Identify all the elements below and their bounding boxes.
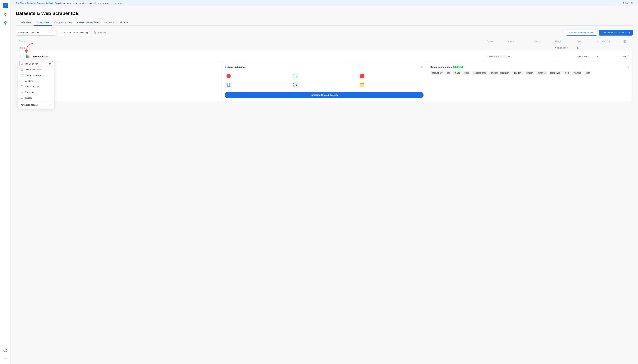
versions-icon [21, 80, 23, 82]
api-icon [21, 62, 24, 65]
sidebar-item-billing[interactable] [3, 357, 8, 361]
col-spent: Spent [577, 40, 597, 43]
main-content: Big News! Scraping Browser is Here Every… [11, 0, 638, 364]
collector-right: $0 ⌃ [623, 55, 630, 58]
tag-warning: warning [572, 71, 582, 75]
collector-icon: 🛍️ [25, 53, 31, 60]
tag-product-url: product_url [430, 71, 444, 75]
menu-item-tickets[interactable]: Tickets [18, 95, 54, 101]
tag-input: input [563, 71, 571, 75]
menu-item-versions[interactable]: Versions [18, 78, 54, 84]
tab-dataset-marketplace[interactable]: Dataset Marketplace [75, 20, 101, 26]
tab-custom-datasets[interactable]: Custom datasets [52, 20, 75, 26]
toolbar-actions: Request a custom dataset Develop a web s… [566, 30, 633, 36]
announcement-right: 5 Jun × [623, 2, 633, 4]
menu-item-initiate-manually[interactable]: Initiate manually [18, 67, 54, 72]
tab-bar: My datasets My scrapers Custom datasets … [16, 20, 633, 26]
tab-my-scrapers[interactable]: My scrapers [34, 20, 52, 26]
svg-point-0 [5, 14, 6, 14]
delivery-icon-clipboard[interactable]: 🗂️ [358, 81, 366, 88]
tag-shipping-price: shipping_price [472, 71, 488, 75]
context-menu: Initiate by API Initiate manually [18, 60, 54, 109]
request-custom-dataset-button[interactable]: Request a custom dataset [566, 30, 597, 36]
announcement-body: Everything you need for scraping at scal… [55, 2, 110, 4]
col-actions [623, 40, 630, 43]
tab-my-datasets[interactable]: My datasets [16, 20, 34, 26]
menu-label-report-issue: Report an issue [25, 85, 40, 88]
tag-price: price [463, 71, 470, 75]
develop-scraper-button[interactable]: Develop a web scraper (IDE) [599, 30, 633, 36]
announcement-close[interactable]: × [631, 2, 633, 4]
menu-label-run-schedule: Run on schedule [25, 74, 41, 76]
menu-item-copy-link[interactable]: Copy link [18, 89, 54, 95]
collector-collapse-button[interactable]: ⌃ [627, 55, 630, 58]
date-filter[interactable]: 01/06/2023 – 06/06/2023 [58, 30, 90, 35]
collector-menu-trigger[interactable]: ⋮ [19, 55, 22, 58]
svg-point-7 [127, 22, 128, 22]
table-header: Collector Status Last run Duration Usage… [16, 39, 633, 45]
tag-location: location [524, 71, 535, 75]
collector-name[interactable]: New collector [33, 55, 48, 58]
menu-item-run-schedule[interactable]: Run on schedule [18, 72, 54, 78]
sidebar-item-layers[interactable] [3, 20, 8, 25]
menu-label-initiate-manually: Initiate manually [25, 68, 41, 71]
chevron-right-icon [49, 104, 52, 106]
delivery-icon-make[interactable]: 🟥 [358, 72, 366, 80]
svg-rect-25 [21, 74, 23, 76]
tag-listing-type: listing_type [549, 71, 562, 75]
calendar-icon [85, 32, 88, 34]
search-input-wrapper[interactable]: × [16, 30, 56, 36]
delivery-icons-grid: 🔴 ✉️ 🟥 ℹ️ 💬 🗂️ [225, 71, 424, 90]
menu-label-initiate-api: Initiate by API [25, 62, 38, 65]
delivery-edit-icon[interactable] [421, 66, 423, 68]
collector-main-row: ⋮ 🛍️ New collector Self-managed Idle — —… [16, 51, 632, 62]
sidebar-item-settings[interactable] [3, 348, 8, 353]
output-panel-title: Output configuration SCHEMA [430, 66, 629, 68]
columns-icon [623, 40, 626, 43]
sidebar-item-location[interactable] [3, 12, 8, 16]
search-input[interactable] [18, 32, 48, 34]
delivery-icon-email[interactable]: ✉️ [292, 72, 299, 80]
menu-item-initiate-api[interactable]: Initiate by API [19, 61, 53, 66]
collector-duration: — [555, 55, 577, 58]
event-log-label: Event log [97, 32, 106, 34]
output-external-link-icon[interactable] [627, 66, 629, 68]
menu-label-versions: Versions [25, 80, 33, 82]
collector-spent: $0 [597, 55, 623, 58]
menu-item-advanced[interactable]: Advanced actions [18, 102, 54, 108]
menu-dot-indicator [49, 63, 51, 64]
integrate-button[interactable]: Integrate to your system [225, 92, 424, 98]
collector-usage: 0 page loads [577, 55, 597, 58]
delivery-icon-chat[interactable]: 💬 [292, 81, 299, 88]
schema-badge: SCHEMA [453, 66, 463, 68]
col-duration: Duration [534, 40, 555, 43]
expanded-panels: Properties Self serve Other Last modifie… [16, 62, 632, 102]
delivery-icon-info[interactable]: ℹ️ [225, 81, 232, 88]
delivery-icon-zapier[interactable]: 🔴 [225, 72, 232, 80]
app-logo: i [3, 3, 8, 8]
search-clear-button[interactable]: × [49, 32, 51, 34]
svg-point-5 [126, 22, 126, 22]
more-dots-icon [126, 21, 128, 24]
toolbar: × 01/06/2023 – 06/06/2023 [16, 30, 633, 36]
tag-image: image [453, 71, 461, 75]
announcement-bar: Big News! Scraping Browser is Here Every… [11, 0, 638, 6]
delivery-panel-title: Delivery preferences [225, 66, 424, 68]
svg-rect-15 [624, 40, 624, 42]
event-log-button[interactable]: Event log [92, 30, 108, 35]
tab-more[interactable]: More [117, 20, 131, 26]
external-link-icon [113, 22, 115, 24]
col-usage: Usage [555, 40, 577, 43]
tab-more-label: More [120, 21, 125, 24]
total-count: Total 1 [19, 46, 487, 49]
svg-point-1 [5, 350, 6, 351]
learn-more-link[interactable]: Learn more [112, 2, 123, 4]
flag-icon [21, 85, 23, 88]
event-log-icon [94, 32, 96, 34]
tab-support[interactable]: Support [101, 20, 117, 26]
collector-status: Idle [507, 55, 533, 58]
svg-point-18 [22, 64, 23, 64]
menu-item-report-issue[interactable]: Report an issue [18, 84, 54, 89]
announcement-text: Big News! Scraping Browser is Here Every… [16, 2, 123, 4]
menu-separator [18, 101, 54, 102]
